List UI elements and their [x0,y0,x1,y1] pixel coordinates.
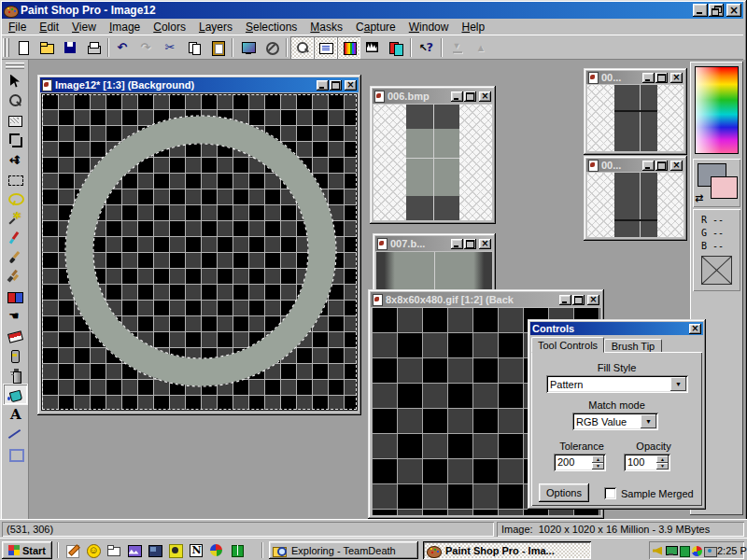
sample-merged-checkbox[interactable] [604,487,616,499]
menu-item-capture[interactable]: Capture [349,20,402,35]
tool-palette-grip[interactable] [6,63,24,69]
maximize-button[interactable] [464,91,476,102]
swap-colors-icon[interactable]: ⇄ [695,192,703,204]
flower-icon[interactable] [691,544,703,557]
spin-down-icon[interactable]: ▼ [592,463,604,470]
airbrush-tool-button[interactable] [4,365,27,385]
eraser-tool-button[interactable] [4,326,27,345]
redo-button[interactable] [135,36,159,59]
toolbar-grip[interactable] [3,38,9,57]
magic-wand-tool-button[interactable] [4,208,27,228]
maximize-button[interactable] [330,80,342,91]
controls-titlebar[interactable]: Controls [530,322,703,335]
minimize-button[interactable] [317,80,329,91]
paintbrush-tool-button[interactable] [4,247,27,267]
window-image12-titlebar[interactable]: Image12* [1:3] (Background) [40,77,359,92]
control-palette-toggle-button[interactable] [314,36,337,59]
window-thumb-top-titlebar[interactable]: 00... [586,71,684,84]
fill-style-combobox[interactable]: Pattern [546,375,688,393]
menu-item-file[interactable]: File [2,20,33,35]
tolerance-stepper[interactable]: 200 ▲ ▼ [554,454,606,471]
window-thumb-bottom-titlebar[interactable]: 00... [586,159,684,172]
image12-canvas[interactable] [42,94,357,410]
color-replacer-tool-button[interactable] [4,287,27,306]
arrow-up-button[interactable] [469,36,492,59]
maximize-button[interactable] [655,161,668,171]
opacity-stepper[interactable]: 100 ▲ ▼ [624,454,670,471]
task-button-exploring[interactable]: Exploring - TeamDeath [269,541,418,559]
cut-button[interactable] [159,36,182,59]
menu-item-window[interactable]: Window [402,20,456,35]
paste-button[interactable] [205,36,229,59]
minimize-button[interactable] [642,161,655,171]
deformation-tool-button[interactable] [4,110,27,130]
crop-tool-button[interactable] [4,130,27,149]
quicklaunch-wheel-button[interactable] [166,541,184,558]
spin-up-icon[interactable]: ▲ [592,455,604,463]
copy-button[interactable] [182,36,205,59]
mover-tool-button[interactable] [4,149,27,169]
save-file-button[interactable] [58,36,81,59]
clone-brush-tool-button[interactable] [4,267,27,287]
quicklaunch-smiley-button[interactable] [84,541,102,558]
options-button[interactable]: Options [539,483,589,502]
histogram-toggle-button[interactable] [360,36,384,59]
window-gif-titlebar[interactable]: 8x8x60x480.gif [1:2] (Back [371,292,601,307]
maximize-button[interactable] [655,73,668,83]
menu-item-masks[interactable]: Masks [303,20,349,35]
color-picker[interactable] [696,67,738,153]
spin-up-icon[interactable]: ▲ [656,455,669,463]
close-button[interactable] [689,324,701,334]
menu-item-colors[interactable]: Colors [147,20,192,35]
tool-palette-toggle-button[interactable] [290,36,314,59]
window-007bmp-titlebar[interactable]: 007.b... [375,236,493,251]
app-titlebar[interactable]: Paint Shop Pro - Image12 [2,2,743,19]
dropper-tool-button[interactable] [4,228,27,247]
retouch-tool-button[interactable] [4,306,27,326]
tab-tool-controls[interactable]: Tool Controls [531,337,604,353]
layer-palette-toggle-button[interactable] [384,36,407,59]
quicklaunch-image-button[interactable] [125,541,143,558]
window-006bmp-client[interactable] [374,105,492,220]
zoom-tool-button[interactable] [4,91,27,110]
chevron-down-icon[interactable] [670,377,686,391]
quicklaunch-collage-button[interactable] [146,541,163,558]
window-thumb-top-client[interactable] [587,85,684,151]
arrow-tool-button[interactable] [4,71,27,91]
minimize-button[interactable] [451,239,463,249]
minimize-button[interactable] [451,91,463,102]
flood-fill-tool-button[interactable] [4,385,27,404]
open-file-button[interactable] [35,36,58,59]
menu-item-edit[interactable]: Edit [33,20,65,35]
start-button[interactable]: Start [2,541,52,559]
tab-brush-tip[interactable]: Brush Tip [604,339,662,353]
undo-button[interactable] [112,36,135,59]
spin-down-icon[interactable]: ▼ [656,463,669,470]
line-tool-button[interactable] [4,424,27,443]
window-006bmp-titlebar[interactable]: 006.bmp [373,89,493,104]
quicklaunch-pinwheel-button[interactable] [207,541,225,558]
freehand-tool-button[interactable] [4,189,27,208]
menu-item-selections[interactable]: Selections [239,20,303,35]
background-color-swatch[interactable] [711,176,738,199]
quicklaunch-write-button[interactable] [63,541,81,558]
minimize-button[interactable] [693,4,708,17]
print-button[interactable] [81,36,105,59]
menu-item-layers[interactable]: Layers [192,20,239,35]
menu-item-image[interactable]: Image [103,20,147,35]
shape-tool-button[interactable] [4,443,27,463]
picture-tube-tool-button[interactable] [4,345,27,365]
close-button[interactable] [479,239,491,249]
maximize-button[interactable] [464,239,476,249]
window-007bmp-client[interactable] [376,252,492,289]
clock[interactable]: 2:25 PM [717,545,747,556]
quicklaunch-netscape-button[interactable] [187,541,204,558]
style-null-box[interactable] [701,256,732,285]
camera-icon[interactable] [704,544,716,557]
selection-tool-button[interactable] [4,169,27,189]
color-palette-toggle-button[interactable] [337,36,360,59]
close-button[interactable] [345,80,357,91]
menu-item-view[interactable]: View [65,20,103,35]
quicklaunch-folder-button[interactable] [105,541,122,558]
close-button[interactable] [726,4,741,17]
